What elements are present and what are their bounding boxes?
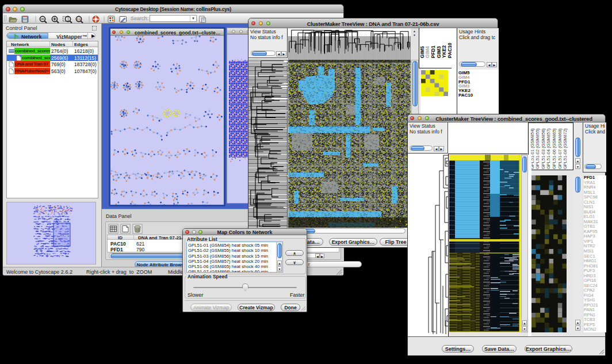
svg-text:GPL51-07 (GSM868): GPL51-07 (GSM868) [557,128,563,169]
svg-text:YKE2: YKE2 [441,45,447,58]
svg-text:GIM3: GIM3 [436,46,442,58]
svg-text:GPL51-04 (GSM857): GPL51-04 (GSM857) [546,128,551,169]
svg-text:GPL51-08 (GSM872): GPL51-08 (GSM872) [563,128,568,169]
svg-text:GIM4: GIM4 [424,46,430,58]
svg-text:1:1: 1:1 [77,18,81,21]
svg-text:GIM5: GIM5 [419,46,425,58]
svg-text:PFD1: PFD1 [430,45,436,58]
svg-text:GPL51-06 (GSM865): GPL51-06 (GSM865) [552,128,557,169]
svg-text:GPL51-02 (GSM855): GPL51-02 (GSM855) [535,128,540,169]
svg-text:GPL51-03 (GSM856): GPL51-03 (GSM856) [541,128,546,169]
